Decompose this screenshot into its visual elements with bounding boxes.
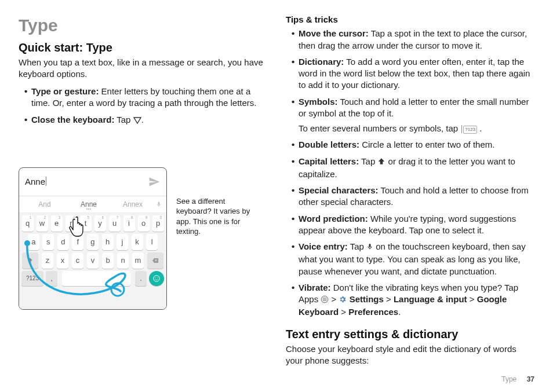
- right-column: Tips & tricks Move the cursor: Tap a spo…: [286, 14, 534, 378]
- key-o: o9: [138, 215, 150, 232]
- key-p: p0: [152, 215, 164, 232]
- tip-bold: Double letters:: [299, 140, 359, 149]
- tip-special-characters: Special characters: Touch and hold a let…: [292, 185, 534, 208]
- manual-page: Type Quick start: Type When you tap a te…: [0, 0, 553, 392]
- tip-bold: Capital letters:: [299, 156, 359, 166]
- tip-move-cursor: Move the cursor: Tap a spot in the text …: [292, 28, 534, 52]
- path-preferences: Preferences: [348, 307, 398, 317]
- period-key: .: [135, 271, 147, 286]
- text-entry-heading: Text entry settings & dictionary: [286, 327, 534, 342]
- key-b: b: [102, 252, 114, 269]
- tip-capital-letters: Capital letters: Tap or drag it to the l…: [292, 156, 534, 181]
- key-h: h: [102, 234, 114, 250]
- gear-icon: [339, 295, 347, 306]
- svg-point-10: [325, 299, 326, 300]
- tips-heading: Tips & tricks: [286, 14, 534, 25]
- text-cursor: [46, 177, 46, 186]
- tips-list: Move the cursor: Tap a spot in the text …: [286, 28, 534, 318]
- svg-point-12: [323, 301, 324, 302]
- typed-text: Anne: [25, 177, 45, 186]
- backspace-key: [147, 252, 163, 269]
- key-r: r4: [66, 215, 77, 232]
- svg-point-13: [325, 301, 326, 302]
- onscreen-keyboard: q1w2e3r4t5y6u7i8o9p0 asdfghjkl zxcvbnm ?…: [19, 213, 166, 310]
- bullet-bold: Close the keyboard:: [31, 115, 114, 124]
- key-u: u7: [109, 215, 121, 232]
- suggestion-row: And Anne Annex: [19, 196, 166, 213]
- key-y: y6: [94, 215, 106, 232]
- key-k: k: [132, 234, 143, 250]
- svg-point-6: [323, 298, 324, 299]
- key-m: m: [132, 252, 144, 269]
- tip-symbols-extra: To enter several numbers or symbols, tap…: [299, 123, 534, 134]
- key-g: g: [87, 234, 99, 250]
- key-c: c: [72, 252, 83, 269]
- symbols-key: ?123: [21, 271, 43, 286]
- bullet-close-keyboard: Close the keyboard: Tap .: [24, 114, 267, 127]
- message-input-bar: Anne: [19, 168, 166, 196]
- tip-dictionary: Dictionary: To add a word you enter ofte…: [292, 56, 534, 91]
- tip-vibrate: Vibrate: Don't like the vibrating keys w…: [292, 282, 534, 318]
- tip-bold: Special characters:: [299, 185, 379, 195]
- key-f: f: [72, 234, 83, 250]
- tip-voice-entry: Voice entry: Tap on the touchscreen keyb…: [292, 241, 534, 277]
- bullet-bold: Type or gesture:: [31, 86, 99, 96]
- page-footer: Type 37: [501, 375, 534, 384]
- tip-bold: Symbols:: [299, 97, 338, 107]
- tip-word-prediction: Word prediction: While you're typing, wo…: [292, 213, 534, 237]
- tip-text: Circle a letter to enter two of them.: [359, 140, 494, 149]
- tip-text-pre: Tap: [348, 241, 366, 251]
- key-z: z: [42, 252, 53, 269]
- path-settings: Settings: [350, 294, 384, 304]
- key-q: q1: [22, 215, 34, 232]
- footer-section: Type: [501, 375, 516, 383]
- key-s: s: [42, 234, 54, 250]
- key-w: w2: [37, 215, 48, 232]
- figure-caption: See a different keyboard? It varies by a…: [176, 196, 257, 237]
- mic-icon: [366, 242, 373, 254]
- tip-symbols: Symbols: Touch and hold a letter to ente…: [292, 96, 534, 135]
- key-e: e3: [51, 215, 63, 232]
- quick-start-bullets: Type or gesture: Enter letters by touchi…: [19, 86, 267, 127]
- space-key: [62, 271, 130, 286]
- svg-point-1: [155, 277, 156, 278]
- key-j: j: [117, 234, 128, 250]
- emoji-key: [149, 271, 164, 286]
- pipe-icon: [461, 125, 462, 133]
- path-language-input: Language & input: [394, 294, 467, 304]
- apps-icon: [321, 295, 329, 306]
- shift-key: [22, 252, 38, 269]
- tip-bold: Word prediction:: [299, 214, 368, 224]
- tip-bold: Dictionary:: [299, 57, 344, 67]
- key-x: x: [57, 252, 68, 269]
- suggestion-1: And: [23, 200, 67, 209]
- tip-bold: Move the cursor:: [299, 28, 369, 38]
- bullet-type-or-gesture: Type or gesture: Enter letters by touchi…: [24, 86, 267, 109]
- text-entry-body: Choose your keyboard style and edit the …: [286, 343, 534, 367]
- svg-point-7: [325, 298, 326, 299]
- svg-point-9: [323, 299, 324, 300]
- tip-bold: Vibrate:: [299, 283, 331, 292]
- quick-start-body: When you tap a text box, like in a messa…: [19, 57, 267, 80]
- svg-point-2: [157, 277, 158, 278]
- left-column: Type Quick start: Type When you tap a te…: [19, 14, 267, 378]
- shift-icon: [377, 157, 385, 168]
- tip-extra-after: .: [477, 123, 482, 133]
- tip-text-pre: Tap: [359, 156, 377, 166]
- key-l: l: [146, 234, 158, 250]
- key-d: d: [57, 234, 69, 250]
- key-v: v: [87, 252, 99, 269]
- svg-point-8: [326, 298, 327, 299]
- key-n: n: [117, 252, 129, 269]
- key-i: i8: [123, 215, 135, 232]
- message-text: Anne: [25, 176, 148, 188]
- tip-extra-text: To enter several numbers or symbols, tap: [299, 123, 460, 133]
- key-a: a: [28, 234, 39, 250]
- send-icon: [148, 176, 161, 188]
- comma-key: ,: [46, 271, 57, 286]
- footer-page-number: 37: [527, 375, 534, 383]
- svg-point-14: [326, 301, 327, 302]
- quick-start-heading: Quick start: Type: [19, 40, 267, 56]
- bullet-text: Tap: [114, 115, 133, 124]
- keyboard-figure-wrap: Anne And Anne Annex q1w2e3r4t5y6u7i8o9p0: [19, 167, 267, 310]
